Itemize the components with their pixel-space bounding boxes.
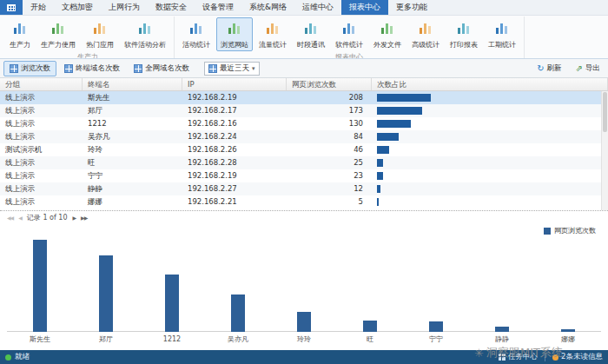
column-header[interactable]: 次数占比: [372, 78, 608, 90]
ribbon-button[interactable]: 工期统计: [484, 17, 520, 51]
view-tab-label: 浏览次数: [21, 63, 50, 74]
export-button[interactable]: ⇗ 导出: [572, 63, 605, 75]
cell-ratio: [372, 182, 608, 195]
view-tab-label: 终端域名次数: [76, 63, 120, 74]
view-tab-3[interactable]: 全网域名次数: [128, 61, 195, 76]
view-tab-label: 全网域名次数: [145, 63, 189, 74]
ribbon-button[interactable]: 软件活动分析: [120, 17, 170, 51]
ribbon-group-buttons: 生产力生产力使用热门应用软件活动分析: [4, 17, 171, 52]
column-header[interactable]: 分组: [0, 78, 83, 90]
chart-icon: [227, 20, 242, 39]
ribbon-button[interactable]: 打印报表: [446, 17, 482, 51]
table-scrollbar[interactable]: [601, 91, 608, 210]
menu-tab-1[interactable]: 开始: [23, 0, 54, 15]
scrollbar-thumb[interactable]: [603, 92, 607, 132]
ribbon-button[interactable]: 浏览网站: [216, 17, 253, 51]
ribbon-button[interactable]: 时段通讯: [293, 17, 329, 51]
statusbar-left: 就绪: [5, 352, 30, 362]
cell-group: 线上演示: [0, 130, 83, 143]
prev-page-button[interactable]: ◀: [18, 215, 22, 221]
column-header[interactable]: 网页浏览次数: [287, 78, 372, 90]
ribbon-button-label: 软件活动分析: [124, 40, 166, 50]
ribbon-button[interactable]: 外发文件: [369, 17, 406, 51]
unread-messages-button[interactable]: 2条未读信息: [552, 352, 603, 362]
menu-tab-7[interactable]: 运维中心: [294, 0, 341, 15]
menu-tab-3[interactable]: 上网行为: [101, 0, 148, 15]
next-page-button[interactable]: ▶: [72, 215, 76, 221]
chart-icon: [50, 20, 66, 39]
ratio-bar: [377, 133, 399, 141]
cell-terminal-name: 静静: [83, 182, 182, 195]
menu-tab-5[interactable]: 设备管理: [195, 0, 241, 15]
cell-ratio: [372, 130, 608, 143]
table-row[interactable]: 线上演示旺192.168.2.2825: [0, 156, 608, 169]
table-row[interactable]: 线上演示娜娜192.168.2.215: [0, 195, 608, 208]
menu-tab-6[interactable]: 系统&网络: [241, 0, 294, 15]
ribbon-button[interactable]: 生产力: [5, 17, 35, 51]
ribbon-button[interactable]: 流量统计: [254, 17, 291, 51]
table-row[interactable]: 线上演示斯先生192.168.2.19208: [0, 91, 608, 104]
cell-terminal-name: 旺: [83, 156, 182, 169]
table-row[interactable]: 线上演示1212192.168.2.16130: [0, 117, 608, 130]
ribbon-button-label: 时段通讯: [297, 40, 325, 50]
last-page-button[interactable]: ▶▶: [81, 215, 87, 221]
ribbon-button[interactable]: 活动统计: [178, 17, 215, 51]
cell-group: 线上演示: [0, 117, 83, 130]
ribbon-button[interactable]: 热门应用: [82, 17, 118, 51]
ribbon: 生产力生产力使用热门应用软件活动分析生产力活动统计浏览网站流量统计时段通讯软件统…: [0, 16, 608, 59]
ribbon-button[interactable]: 生产力使用: [36, 17, 80, 51]
table-icon: [64, 64, 73, 73]
table-row[interactable]: 测试演示机玲玲192.168.2.2646: [0, 143, 608, 156]
menubar: 开始文档加密上网行为数据安全设备管理系统&网络运维中心报表中心更多功能: [0, 0, 608, 16]
ribbon-group: 活动统计浏览网站流量统计时段通讯软件统计外发文件高级统计打印报表工期统计报表中心: [175, 17, 525, 58]
cell-ip: 192.168.2.27: [182, 182, 287, 195]
view-tab-2[interactable]: 终端域名次数: [58, 61, 126, 76]
chart-column: 斯先生: [7, 232, 73, 345]
table-icon: [134, 64, 142, 73]
table-row[interactable]: 线上演示吴亦凡192.168.2.2484: [0, 130, 608, 143]
table-header: 分组终端名IP网页浏览次数次数占比: [0, 78, 608, 91]
statusbar: 就绪 任务中心 2条未读信息: [0, 350, 608, 364]
task-center-label: 任务中心: [508, 352, 538, 362]
menu-tab-9[interactable]: 更多功能: [388, 0, 435, 15]
chart-bar: [561, 329, 575, 332]
cell-count: 5: [287, 195, 372, 208]
table-row[interactable]: 线上演示郑厅192.168.2.17173: [0, 104, 608, 117]
menu-tab-4[interactable]: 数据安全: [148, 0, 195, 15]
ribbon-button[interactable]: 高级统计: [407, 17, 444, 51]
chart-icon: [456, 20, 472, 39]
menu-tab-8[interactable]: 报表中心: [341, 0, 388, 15]
table-row[interactable]: 线上演示宁宁192.168.2.1923: [0, 169, 608, 182]
view-tab-1[interactable]: 浏览次数: [3, 61, 56, 76]
table-row[interactable]: 线上演示静静192.168.2.2712: [0, 182, 608, 195]
task-center-button[interactable]: 任务中心: [499, 352, 538, 362]
first-page-button[interactable]: ◀◀: [7, 215, 13, 221]
menu-tab-2[interactable]: 文档加密: [54, 0, 101, 15]
ribbon-button[interactable]: 软件统计: [331, 17, 367, 51]
cell-ip: 192.168.2.19: [182, 169, 287, 182]
export-icon: ⇗: [576, 64, 583, 73]
table-body: 线上演示斯先生192.168.2.19208线上演示郑厅192.168.2.17…: [0, 91, 608, 208]
app-menu-button[interactable]: [0, 0, 23, 15]
ribbon-group-label: 生产力: [4, 52, 171, 59]
ribbon-button-label: 工期统计: [488, 40, 516, 50]
calendar-icon: [208, 64, 217, 73]
table-icon: [10, 64, 18, 73]
chart-x-label: 郑厅: [99, 334, 113, 345]
chart-column: 静静: [469, 232, 535, 345]
app-icon: [7, 4, 16, 11]
cell-group: 线上演示: [0, 104, 83, 117]
ribbon-group-label: 报表中心: [177, 52, 521, 59]
refresh-button[interactable]: ↻ 刷新: [532, 63, 565, 75]
chart-bar: [33, 240, 47, 332]
cell-count: 12: [287, 182, 372, 195]
cell-ip: 192.168.2.17: [182, 104, 287, 117]
date-range-select[interactable]: 最近三天 ▾: [204, 62, 260, 76]
column-header[interactable]: IP: [182, 78, 287, 90]
column-header[interactable]: 终端名: [83, 78, 182, 90]
cell-count: 173: [287, 104, 372, 117]
cell-ip: 192.168.2.24: [182, 130, 287, 143]
cell-terminal-name: 吴亦凡: [83, 130, 182, 143]
ratio-bar: [377, 120, 411, 128]
cell-ip: 192.168.2.21: [182, 195, 287, 208]
